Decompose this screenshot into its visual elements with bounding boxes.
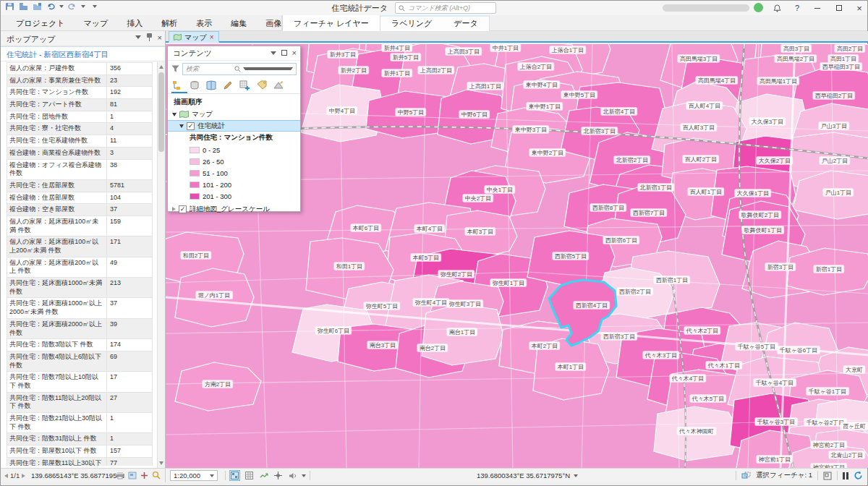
- zoom-to-feature-icon[interactable]: [128, 472, 137, 479]
- scroll-down-icon[interactable]: [159, 461, 163, 465]
- ribbon: プロジェクトマップ挿入解析表示編集画像共有ヘルプ フィーチャ レイヤーラベリング…: [1, 15, 867, 31]
- panel-close-icon[interactable]: ×: [158, 34, 162, 41]
- contents-search-input[interactable]: 検索: [182, 63, 297, 75]
- district-polygon[interactable]: [527, 231, 615, 286]
- district-polygon[interactable]: [533, 338, 609, 400]
- notifications-bell-icon[interactable]: [767, 1, 786, 15]
- new-project-icon[interactable]: [33, 2, 42, 11]
- district-polygon[interactable]: [787, 248, 868, 295]
- table-row: 複合建物：空き部屋数37: [7, 204, 153, 216]
- undo-dropdown-icon[interactable]: [59, 5, 64, 8]
- layer-visibility-checkbox[interactable]: ✓: [187, 122, 195, 130]
- scroll-up-icon[interactable]: [159, 65, 163, 69]
- panel-menu-icon[interactable]: [135, 35, 141, 39]
- table-row: 共同住宅：延床面積1000㎡以上2000㎡未満 件数37: [7, 298, 153, 318]
- district-polygon[interactable]: [422, 304, 503, 365]
- add-to-selection-icon[interactable]: [140, 472, 148, 479]
- scrollbar-thumb[interactable]: [158, 72, 164, 152]
- legend-class-label: 101 - 200: [203, 181, 231, 189]
- filter-icon[interactable]: [171, 65, 179, 72]
- coords-dropdown-icon[interactable]: [574, 474, 578, 477]
- redo-dropdown-icon[interactable]: [81, 5, 85, 8]
- contextual-tab[interactable]: フィーチャ レイヤー: [282, 15, 380, 31]
- tree-node-map[interactable]: マップ: [168, 108, 300, 120]
- ribbon-tab[interactable]: 編集: [221, 15, 256, 31]
- ribbon-tab[interactable]: 解析: [152, 15, 187, 31]
- expand-icon[interactable]: [179, 124, 184, 128]
- save-icon[interactable]: [5, 2, 14, 11]
- contents-close-icon[interactable]: ×: [292, 49, 297, 56]
- next-feature-icon[interactable]: [22, 474, 25, 478]
- contents-float-icon[interactable]: [281, 50, 287, 56]
- table-row: 個人の家屋：延床面積100㎡未満 件数159: [7, 216, 153, 236]
- district-polygon[interactable]: [175, 268, 254, 327]
- pin-icon[interactable]: [147, 33, 152, 41]
- label-tag-icon[interactable]: [257, 80, 267, 90]
- extent-box-icon[interactable]: [823, 472, 832, 480]
- search-options-icon[interactable]: [243, 67, 294, 70]
- popup-table-scrollbar[interactable]: [157, 62, 165, 468]
- prev-feature-icon[interactable]: [4, 474, 8, 478]
- search-icon: [399, 5, 405, 12]
- ribbon-tab[interactable]: 挿入: [117, 15, 152, 31]
- map-canvas[interactable]: 新井3丁目新井4丁目新井5丁目中井1丁目上高田3丁目新井2丁目新井1丁目上高田2…: [166, 44, 868, 468]
- speaker-icon[interactable]: [287, 470, 298, 481]
- account-status-icon: [754, 3, 763, 12]
- ribbon-tab[interactable]: プロジェクト: [7, 15, 75, 31]
- attribute-label: 共同住宅：寮・社宅件数: [7, 123, 107, 135]
- selection-icon: [741, 472, 751, 480]
- pause-drawing-icon[interactable]: [843, 472, 848, 479]
- attribute-label: 複合建物：空き部屋数: [7, 204, 107, 216]
- map-scale-input[interactable]: 1:20,000: [170, 470, 218, 481]
- ribbon-tab[interactable]: 表示: [187, 15, 221, 31]
- legend-class-label: 26 - 50: [203, 158, 224, 166]
- table-view-icon[interactable]: [244, 470, 255, 481]
- perspective-icon[interactable]: [273, 80, 284, 90]
- district-polygon[interactable]: [654, 406, 740, 461]
- basemap-visibility-checkbox[interactable]: ✓: [179, 205, 187, 213]
- district-polygon[interactable]: [175, 362, 261, 411]
- open-project-icon[interactable]: [19, 2, 28, 11]
- contextual-tab[interactable]: データ: [443, 15, 489, 31]
- magnifier-icon[interactable]: [152, 471, 161, 479]
- customize-qat-icon[interactable]: [93, 5, 97, 8]
- tree-node-housing-layer[interactable]: ✓ 住宅統計: [168, 120, 300, 132]
- tree-node-basemap[interactable]: ✓ 詳細地図_グレースケール: [168, 203, 300, 215]
- basemap-label: 詳細地図_グレースケール: [190, 205, 270, 214]
- map-document-area: マップ ×: [166, 31, 868, 468]
- close-button[interactable]: ×: [850, 1, 868, 15]
- attribute-label: 共同住宅：住居部屋数: [7, 180, 107, 192]
- list-by-selection-icon[interactable]: [206, 80, 216, 90]
- map-tab-close-icon[interactable]: ×: [210, 33, 214, 41]
- table-row: 共同住宅：住居部屋数5781: [7, 180, 153, 192]
- redo-icon[interactable]: [68, 2, 77, 11]
- table-row: 複合建物：住居部屋数104: [7, 192, 153, 205]
- command-search-input[interactable]: コマンド検索 (Alt+Q): [395, 2, 496, 14]
- attribute-label: 共同住宅：延床面積1000㎡未満 件数: [7, 278, 107, 297]
- list-by-data-source-icon[interactable]: [190, 80, 200, 90]
- contextual-tab[interactable]: ラベリング: [380, 15, 443, 31]
- print-icon[interactable]: [116, 472, 124, 479]
- scale-dropdown-icon[interactable]: [210, 474, 214, 477]
- refresh-icon[interactable]: [854, 471, 863, 480]
- contents-menu-icon[interactable]: [271, 51, 276, 55]
- legend-classes: 0 - 2526 - 5051 - 100101 - 200201 - 300: [168, 144, 300, 202]
- snap-crosshair-icon[interactable]: [273, 470, 284, 481]
- edit-pencil-icon[interactable]: [223, 80, 233, 90]
- maximize-button[interactable]: [830, 1, 848, 15]
- layout-grid-icon[interactable]: [229, 470, 240, 481]
- status-more-icon[interactable]: [302, 474, 306, 477]
- undo-icon[interactable]: [46, 2, 55, 11]
- command-search-placeholder: コマンド検索 (Alt+Q): [408, 4, 470, 13]
- collapsed-icon[interactable]: [172, 207, 176, 211]
- list-by-drawing-order-icon[interactable]: [172, 80, 183, 90]
- list-by-editing-grid-icon[interactable]: [239, 80, 250, 90]
- ribbon-tab[interactable]: マップ: [75, 15, 118, 31]
- attribute-label: 個人の家屋：延床面積100㎡以上200㎡未満 件数: [7, 236, 107, 256]
- map-document-tab[interactable]: マップ ×: [169, 31, 219, 43]
- help-icon[interactable]: ?: [788, 1, 807, 15]
- minimize-button[interactable]: [808, 1, 827, 15]
- legend-class-row: 51 - 100: [168, 167, 300, 179]
- expand-icon[interactable]: [172, 113, 176, 116]
- animation-icon[interactable]: [258, 470, 269, 481]
